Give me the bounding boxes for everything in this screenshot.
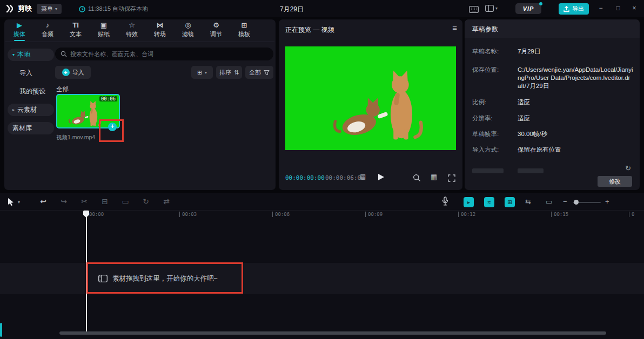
timeline-toolbar: ▾ ↩ ↪ ✂ ⊟ ▭ ↻ ⇄ ▸ ≈ ⊞ ⇆ ▭ − + xyxy=(0,193,644,211)
param-label: 比例: xyxy=(472,98,518,106)
param-label: 分辨率: xyxy=(472,114,518,123)
annotation-box-timeline-hint xyxy=(86,262,243,294)
tab-effects[interactable]: ☆ 特效 xyxy=(118,19,146,42)
search-icon xyxy=(61,51,67,57)
split-button[interactable]: ✂ xyxy=(79,197,90,206)
param-row-draft-name: 草稿名称: 7月29日 xyxy=(472,48,633,56)
track-adjust-icon[interactable]: ⇆ xyxy=(525,198,531,206)
param-row-import-mode: 导入方式: 保留在原有位置 xyxy=(472,146,633,154)
sidebar-item-import[interactable]: 导入 xyxy=(8,67,54,79)
sidebar-item-cloud[interactable]: ▸ 云素材 xyxy=(8,104,54,116)
param-label: 导入方式: xyxy=(472,146,518,154)
template-tab-icon: ⊞ xyxy=(242,22,247,29)
layout-switch-button[interactable]: ▾ xyxy=(485,5,498,12)
export-icon xyxy=(564,6,569,12)
vip-dot xyxy=(539,2,542,5)
mirror-button[interactable]: ⇄ xyxy=(161,197,172,206)
cursor-icon xyxy=(8,198,15,206)
close-button[interactable]: × xyxy=(630,4,639,12)
delete-button[interactable]: ⊟ xyxy=(99,197,110,206)
preview-viewport[interactable] xyxy=(285,46,456,150)
param-label: 保存位置: xyxy=(472,66,518,90)
minimize-button[interactable]: − xyxy=(596,4,605,12)
vip-badge[interactable]: VIP xyxy=(515,3,541,14)
chevron-down-icon: ▾ xyxy=(12,52,15,57)
tab-transition[interactable]: ⋈ 转场 xyxy=(146,19,174,42)
param-label: 草稿帧率: xyxy=(472,130,518,138)
tab-text[interactable]: TI 文本 xyxy=(62,19,90,42)
tab-audio[interactable]: ♪ 音频 xyxy=(33,19,62,42)
clipped-row-fragment xyxy=(518,168,544,173)
filter-all-button[interactable]: 全部 xyxy=(245,66,273,79)
preview-duration: 00:00:06:00 xyxy=(325,174,365,181)
param-value: 适应 xyxy=(518,114,633,123)
zoom-in-icon[interactable]: + xyxy=(605,198,609,206)
annotation-box-add-button xyxy=(99,119,124,142)
reverse-button[interactable]: ↻ xyxy=(140,197,151,206)
microphone-icon xyxy=(442,196,448,206)
refresh-icon[interactable]: ↻ xyxy=(625,164,631,172)
tab-adjust[interactable]: ⚙ 调节 xyxy=(202,19,230,42)
preview-axis-icon[interactable]: ▭ xyxy=(546,198,552,206)
export-button[interactable]: 导出 xyxy=(559,3,589,15)
preview-panel: 正在预览 — 视频 ≡ 00:00:00:00 00: xyxy=(279,19,462,190)
menu-button[interactable]: 菜单 ▾ xyxy=(37,4,62,14)
tab-template[interactable]: ⊞ 模板 xyxy=(230,19,258,42)
media-panel: ▶ 媒体 ♪ 音频 TI 文本 ▣ 贴纸 ☆ 特效 ⋈ 转场 xyxy=(4,19,276,190)
freeze-frame-button[interactable]: ▭ xyxy=(120,197,131,206)
audio-tab-icon: ♪ xyxy=(46,22,50,29)
chroma-key-icon[interactable]: ▦ xyxy=(431,173,437,181)
timeline-horizontal-scrollbar[interactable] xyxy=(59,331,606,335)
sidebar-item-presets[interactable]: 我的预设 xyxy=(8,85,54,98)
preview-quality-icon[interactable] xyxy=(413,174,421,184)
tab-sticker[interactable]: ▣ 贴纸 xyxy=(90,19,118,42)
fullscreen-icon[interactable] xyxy=(448,174,455,184)
capcut-logo-icon xyxy=(5,4,15,13)
titlebar: 剪映 菜单 ▾ 11:38:15 自动保存本地 7月29日 ▾ xyxy=(0,0,644,17)
app-logo: 剪映 xyxy=(5,4,32,13)
preview-menu-icon[interactable]: ≡ xyxy=(452,23,457,32)
text-tab-icon: TI xyxy=(72,22,79,29)
param-value: 保留在原有位置 xyxy=(518,146,633,154)
record-voice-button[interactable] xyxy=(442,196,448,208)
import-media-button[interactable]: + 导入 xyxy=(55,66,91,79)
chevron-down-icon[interactable]: ▾ xyxy=(18,200,20,205)
modify-button[interactable]: 修改 xyxy=(598,176,632,187)
media-tab-icon: ▶ xyxy=(17,22,22,29)
params-title: 草稿参数 xyxy=(472,25,498,34)
param-value: 7月29日 xyxy=(518,48,633,56)
sidebar-item-local[interactable]: ▾ 本地 xyxy=(8,49,54,61)
media-sidebar: ▾ 本地 导入 我的预设 ▸ 云素材 素材库 xyxy=(8,49,54,140)
tab-filter[interactable]: ◎ 滤镜 xyxy=(174,19,202,42)
grid-view-icon: ⊞ xyxy=(197,69,202,76)
snap-toggle-icon[interactable]: ▸ xyxy=(464,197,474,207)
play-button[interactable] xyxy=(378,174,384,180)
undo-button[interactable]: ↩ xyxy=(38,197,49,206)
chevron-down-icon: ▾ xyxy=(205,70,207,75)
transition-tab-icon: ⋈ xyxy=(157,22,164,29)
sort-button[interactable]: 排序 ⇅ xyxy=(216,66,242,79)
search-bar xyxy=(55,48,273,60)
zoom-slider-thumb[interactable] xyxy=(574,200,579,205)
asset-tabs: ▶ 媒体 ♪ 音频 TI 文本 ▣ 贴纸 ☆ 特效 ⋈ 转场 xyxy=(5,19,274,42)
track-display-icon[interactable]: ▤ xyxy=(360,173,366,180)
tab-media[interactable]: ▶ 媒体 xyxy=(5,19,33,42)
ruler-mark: 00:03 xyxy=(179,212,197,217)
autosnap-toggle-icon[interactable]: ≈ xyxy=(484,197,494,207)
timeline-ruler[interactable]: 00:00 00:03 00:06 00:09 00:12 00:15 0 xyxy=(0,211,644,219)
zoom-out-icon[interactable]: − xyxy=(563,198,567,206)
grid-view-button[interactable]: ⊞ ▾ xyxy=(191,66,213,79)
clip-filename: 视频1.mov.mp4 xyxy=(56,134,95,141)
search-input[interactable] xyxy=(70,51,268,57)
ruler-mark: 00:15 xyxy=(551,212,568,217)
chevron-right-icon: ▸ xyxy=(12,107,15,112)
redo-button[interactable]: ↪ xyxy=(58,197,69,206)
draft-params-panel: 草稿参数 草稿名称: 7月29日 保存位置: C:/Users/wenjie.y… xyxy=(465,19,640,190)
select-tool-button[interactable] xyxy=(8,198,15,208)
preview-title: 正在预览 — 视频 xyxy=(285,25,334,35)
clip-duration-badge: 00:06 xyxy=(99,96,117,101)
sidebar-item-library[interactable]: 素材库 xyxy=(8,122,54,134)
shortcut-keyboard-icon[interactable] xyxy=(469,5,479,15)
maximize-button[interactable]: □ xyxy=(614,4,622,12)
linkage-toggle-icon[interactable]: ⊞ xyxy=(505,197,515,207)
